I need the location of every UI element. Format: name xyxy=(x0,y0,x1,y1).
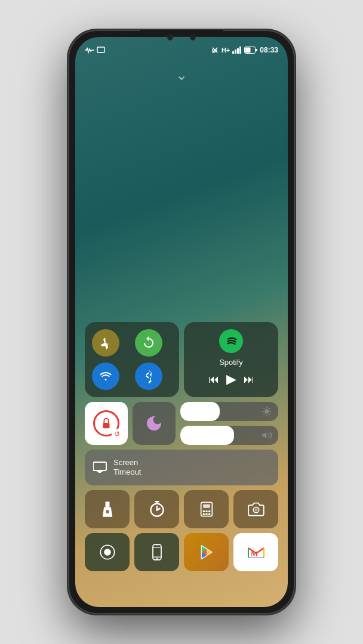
rotate-toggle[interactable] xyxy=(135,329,162,357)
camera-left xyxy=(167,35,173,41)
bottom-row-2: M xyxy=(85,533,278,571)
night-mode-tile[interactable] xyxy=(133,402,176,445)
svg-line-18 xyxy=(269,408,270,410)
next-button[interactable]: ⏭ xyxy=(244,373,254,386)
svg-rect-4 xyxy=(239,47,241,54)
phone-tile[interactable] xyxy=(134,533,179,571)
play-button[interactable]: ▶ xyxy=(226,371,236,387)
playstore-tile[interactable] xyxy=(184,533,229,571)
screen-timeout-tile[interactable]: ScreenTimeout xyxy=(85,450,278,485)
svg-rect-43 xyxy=(153,544,161,560)
spotify-label: Spotify xyxy=(219,358,243,367)
row-mid: ↺ xyxy=(85,402,278,445)
svg-point-35 xyxy=(208,510,210,513)
lock-svg xyxy=(100,417,113,430)
mute-icon xyxy=(211,46,219,54)
gmail-icon-svg: M xyxy=(247,545,265,559)
svg-point-46 xyxy=(156,558,157,559)
svg-rect-9 xyxy=(103,423,110,428)
screen-timeout-label: ScreenTimeout xyxy=(113,458,141,476)
lock-rotate-arrow: ↺ xyxy=(112,429,121,438)
sliders-container xyxy=(180,402,278,445)
calculator-tile[interactable] xyxy=(184,490,229,528)
svg-point-36 xyxy=(202,513,205,515)
svg-point-42 xyxy=(104,549,111,556)
record-tile[interactable] xyxy=(85,533,130,571)
svg-rect-24 xyxy=(106,510,109,513)
volume-svg xyxy=(262,430,272,441)
network-type: H+ xyxy=(222,47,230,54)
calculator-icon xyxy=(198,501,215,518)
svg-marker-19 xyxy=(263,432,267,439)
timer-icon xyxy=(149,501,165,518)
svg-point-30 xyxy=(156,509,158,511)
camera-tile[interactable] xyxy=(233,490,278,528)
camera-right xyxy=(190,35,196,41)
flashlight-tile[interactable] xyxy=(85,490,130,528)
flashlight-icon xyxy=(99,501,116,518)
svg-rect-32 xyxy=(203,504,210,508)
status-left-icons xyxy=(85,47,105,54)
svg-rect-22 xyxy=(99,472,101,473)
bluetooth-toggle[interactable] xyxy=(135,363,162,390)
svg-rect-6 xyxy=(245,48,251,53)
brightness-slider[interactable] xyxy=(180,402,278,421)
playstore-icon xyxy=(198,544,215,561)
screen-capture-icon xyxy=(97,47,105,54)
svg-point-34 xyxy=(205,510,208,513)
lock-rotation-icon: ↺ xyxy=(93,410,119,436)
phone-icon xyxy=(149,544,165,561)
sun-icon xyxy=(262,406,272,417)
quick-toggles-panel xyxy=(85,322,179,397)
airplane-toggle[interactable] xyxy=(92,329,119,357)
rotate-icon xyxy=(141,336,156,350)
prev-button[interactable]: ⏮ xyxy=(208,373,219,386)
camera-icon xyxy=(248,501,264,518)
status-right-icons: H+ 08:33 xyxy=(211,46,278,54)
svg-point-10 xyxy=(264,409,269,414)
phone-outer: H+ 08:33 xyxy=(0,0,363,644)
screen: H+ 08:33 xyxy=(75,37,288,607)
svg-rect-1 xyxy=(232,51,234,54)
svg-rect-2 xyxy=(235,49,236,54)
row-top: Spotify ⏮ ▶ ⏭ xyxy=(85,322,278,397)
battery-icon xyxy=(244,47,257,54)
bluetooth-icon xyxy=(141,369,156,383)
camera-area xyxy=(167,35,196,41)
svg-rect-23 xyxy=(105,501,109,507)
timer-tile[interactable] xyxy=(134,490,179,528)
svg-point-37 xyxy=(205,513,208,515)
gmail-tile[interactable]: M xyxy=(233,533,278,571)
spotify-controls: ⏮ ▶ ⏭ xyxy=(208,371,254,387)
brightness-icon xyxy=(262,406,272,417)
screen-timeout-icon xyxy=(93,461,109,474)
svg-rect-0 xyxy=(97,47,104,52)
spotify-logo-svg xyxy=(223,333,239,349)
night-mode-icon xyxy=(144,414,164,433)
spotify-widget[interactable]: Spotify ⏮ ▶ ⏭ xyxy=(184,322,278,397)
svg-rect-21 xyxy=(97,470,103,472)
airplane-icon xyxy=(99,336,113,350)
volume-slider[interactable] xyxy=(180,426,278,445)
svg-rect-47 xyxy=(155,546,158,546)
bottom-row-1 xyxy=(85,490,278,528)
chevron-down[interactable]: ⌄ xyxy=(176,67,187,83)
record-icon xyxy=(99,544,116,561)
wifi-toggle[interactable] xyxy=(92,363,119,390)
row-timeout: ScreenTimeout xyxy=(85,450,278,485)
svg-point-33 xyxy=(202,510,205,513)
control-panel: Spotify ⏮ ▶ ⏭ xyxy=(85,322,278,571)
spotify-logo xyxy=(219,329,243,353)
phone-frame: H+ 08:33 xyxy=(68,30,295,614)
activity-icon xyxy=(85,47,94,54)
lock-rotation-tile[interactable]: ↺ xyxy=(85,402,128,445)
svg-point-38 xyxy=(208,513,210,515)
svg-line-15 xyxy=(264,408,265,410)
svg-text:M: M xyxy=(251,549,258,558)
svg-rect-20 xyxy=(93,462,106,470)
svg-point-8 xyxy=(223,333,239,349)
svg-rect-7 xyxy=(256,49,257,51)
time-display: 08:33 xyxy=(260,46,278,54)
volume-icon xyxy=(262,430,272,441)
wifi-icon xyxy=(99,369,113,383)
